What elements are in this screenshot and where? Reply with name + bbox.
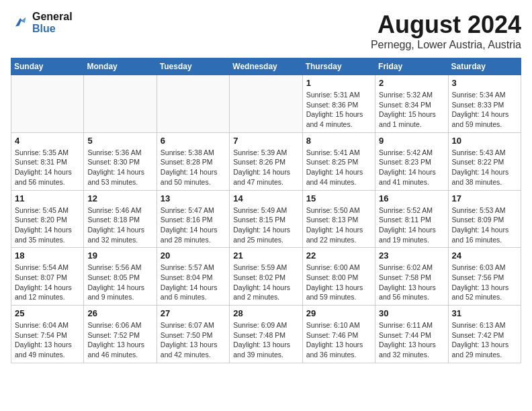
logo: General Blue (11, 11, 73, 35)
weekday-header-wednesday: Wednesday (230, 58, 302, 75)
calendar-cell: 14Sunrise: 5:49 AM Sunset: 8:15 PM Dayli… (230, 190, 302, 248)
weekday-header-monday: Monday (84, 58, 157, 75)
day-info: Sunrise: 6:11 AM Sunset: 7:44 PM Dayligh… (379, 320, 444, 360)
day-info: Sunrise: 5:38 AM Sunset: 8:28 PM Dayligh… (161, 148, 226, 187)
day-info: Sunrise: 5:35 AM Sunset: 8:31 PM Dayligh… (15, 148, 80, 187)
day-info: Sunrise: 6:03 AM Sunset: 7:56 PM Dayligh… (452, 263, 517, 302)
day-info: Sunrise: 5:34 AM Sunset: 8:33 PM Dayligh… (452, 90, 517, 130)
day-number: 16 (379, 193, 444, 203)
calendar-cell: 6Sunrise: 5:38 AM Sunset: 8:28 PM Daylig… (157, 132, 229, 190)
day-info: Sunrise: 5:47 AM Sunset: 8:16 PM Dayligh… (161, 205, 226, 245)
day-number: 28 (233, 308, 298, 318)
calendar-cell: 27Sunrise: 6:07 AM Sunset: 7:50 PM Dayli… (157, 306, 229, 363)
calendar-week-1: 1Sunrise: 5:31 AM Sunset: 8:36 PM Daylig… (11, 75, 521, 133)
day-info: Sunrise: 5:53 AM Sunset: 8:09 PM Dayligh… (452, 205, 517, 245)
calendar-cell: 13Sunrise: 5:47 AM Sunset: 8:16 PM Dayli… (157, 190, 229, 248)
calendar-cell: 16Sunrise: 5:52 AM Sunset: 8:11 PM Dayli… (375, 190, 448, 248)
day-number: 30 (379, 308, 444, 318)
calendar-cell: 28Sunrise: 6:09 AM Sunset: 7:48 PM Dayli… (230, 306, 302, 363)
calendar-cell: 4Sunrise: 5:35 AM Sunset: 8:31 PM Daylig… (11, 132, 84, 190)
calendar-cell: 19Sunrise: 5:56 AM Sunset: 8:05 PM Dayli… (84, 248, 157, 306)
calendar-cell: 3Sunrise: 5:34 AM Sunset: 8:33 PM Daylig… (448, 75, 521, 133)
calendar-cell: 21Sunrise: 5:59 AM Sunset: 8:02 PM Dayli… (230, 248, 302, 306)
day-number: 13 (161, 193, 226, 203)
day-info: Sunrise: 6:02 AM Sunset: 7:58 PM Dayligh… (379, 263, 444, 302)
day-number: 11 (15, 193, 80, 203)
day-info: Sunrise: 5:54 AM Sunset: 8:07 PM Dayligh… (15, 263, 80, 302)
logo-icon (11, 13, 30, 32)
day-info: Sunrise: 6:10 AM Sunset: 7:46 PM Dayligh… (306, 320, 371, 360)
calendar-cell (230, 75, 302, 133)
calendar-cell: 9Sunrise: 5:42 AM Sunset: 8:23 PM Daylig… (375, 132, 448, 190)
calendar-header: SundayMondayTuesdayWednesdayThursdayFrid… (11, 58, 521, 75)
calendar-cell: 15Sunrise: 5:50 AM Sunset: 8:13 PM Dayli… (302, 190, 375, 248)
day-info: Sunrise: 5:36 AM Sunset: 8:30 PM Dayligh… (87, 148, 152, 187)
calendar-cell: 31Sunrise: 6:13 AM Sunset: 7:42 PM Dayli… (448, 306, 521, 363)
day-info: Sunrise: 5:32 AM Sunset: 8:34 PM Dayligh… (379, 90, 444, 130)
day-number: 2 (379, 78, 444, 88)
calendar-cell: 29Sunrise: 6:10 AM Sunset: 7:46 PM Dayli… (302, 306, 375, 363)
calendar-week-4: 18Sunrise: 5:54 AM Sunset: 8:07 PM Dayli… (11, 248, 521, 306)
calendar-cell: 11Sunrise: 5:45 AM Sunset: 8:20 PM Dayli… (11, 190, 84, 248)
day-info: Sunrise: 6:13 AM Sunset: 7:42 PM Dayligh… (452, 320, 517, 360)
calendar-body: 1Sunrise: 5:31 AM Sunset: 8:36 PM Daylig… (11, 75, 521, 363)
location-subtitle: Pernegg, Lower Austria, Austria (371, 39, 521, 51)
day-info: Sunrise: 5:45 AM Sunset: 8:20 PM Dayligh… (15, 205, 80, 245)
title-block: August 2024 Pernegg, Lower Austria, Aust… (371, 11, 521, 51)
weekday-header-thursday: Thursday (302, 58, 375, 75)
day-info: Sunrise: 5:43 AM Sunset: 8:22 PM Dayligh… (452, 148, 517, 187)
day-number: 7 (233, 136, 298, 146)
day-number: 31 (452, 308, 517, 318)
day-number: 22 (306, 250, 371, 261)
weekday-header-sunday: Sunday (11, 58, 84, 75)
calendar-cell: 5Sunrise: 5:36 AM Sunset: 8:30 PM Daylig… (84, 132, 157, 190)
day-number: 1 (306, 78, 371, 88)
calendar-cell: 7Sunrise: 5:39 AM Sunset: 8:26 PM Daylig… (230, 132, 302, 190)
day-info: Sunrise: 6:04 AM Sunset: 7:54 PM Dayligh… (15, 320, 80, 360)
calendar-cell: 17Sunrise: 5:53 AM Sunset: 8:09 PM Dayli… (448, 190, 521, 248)
day-number: 10 (452, 136, 517, 146)
calendar-cell: 12Sunrise: 5:46 AM Sunset: 8:18 PM Dayli… (84, 190, 157, 248)
calendar-cell: 25Sunrise: 6:04 AM Sunset: 7:54 PM Dayli… (11, 306, 84, 363)
calendar-cell (11, 75, 84, 133)
day-number: 14 (233, 193, 298, 203)
day-info: Sunrise: 5:42 AM Sunset: 8:23 PM Dayligh… (379, 148, 444, 187)
weekday-header-tuesday: Tuesday (157, 58, 229, 75)
calendar-week-2: 4Sunrise: 5:35 AM Sunset: 8:31 PM Daylig… (11, 132, 521, 190)
calendar-cell (157, 75, 229, 133)
day-info: Sunrise: 5:49 AM Sunset: 8:15 PM Dayligh… (233, 205, 298, 245)
weekday-header-saturday: Saturday (448, 58, 521, 75)
day-info: Sunrise: 6:09 AM Sunset: 7:48 PM Dayligh… (233, 320, 298, 360)
day-number: 12 (87, 193, 152, 203)
day-info: Sunrise: 5:46 AM Sunset: 8:18 PM Dayligh… (87, 205, 152, 245)
day-info: Sunrise: 6:07 AM Sunset: 7:50 PM Dayligh… (161, 320, 226, 360)
day-number: 27 (161, 308, 226, 318)
day-info: Sunrise: 5:57 AM Sunset: 8:04 PM Dayligh… (161, 263, 226, 302)
day-number: 4 (15, 136, 80, 146)
day-info: Sunrise: 5:56 AM Sunset: 8:05 PM Dayligh… (87, 263, 152, 302)
day-number: 23 (379, 250, 444, 261)
calendar-cell: 23Sunrise: 6:02 AM Sunset: 7:58 PM Dayli… (375, 248, 448, 306)
month-title: August 2024 (371, 11, 521, 39)
day-number: 15 (306, 193, 371, 203)
page-header: General Blue August 2024 Pernegg, Lower … (11, 11, 521, 51)
day-info: Sunrise: 6:00 AM Sunset: 8:00 PM Dayligh… (306, 263, 371, 302)
day-number: 17 (452, 193, 517, 203)
calendar-cell: 18Sunrise: 5:54 AM Sunset: 8:07 PM Dayli… (11, 248, 84, 306)
calendar-cell: 30Sunrise: 6:11 AM Sunset: 7:44 PM Dayli… (375, 306, 448, 363)
calendar-cell: 20Sunrise: 5:57 AM Sunset: 8:04 PM Dayli… (157, 248, 229, 306)
day-number: 20 (161, 250, 226, 261)
calendar-week-3: 11Sunrise: 5:45 AM Sunset: 8:20 PM Dayli… (11, 190, 521, 248)
calendar-cell: 10Sunrise: 5:43 AM Sunset: 8:22 PM Dayli… (448, 132, 521, 190)
logo-text: General Blue (32, 11, 73, 35)
day-number: 29 (306, 308, 371, 318)
day-number: 6 (161, 136, 226, 146)
day-number: 19 (87, 250, 152, 261)
day-info: Sunrise: 5:39 AM Sunset: 8:26 PM Dayligh… (233, 148, 298, 187)
day-number: 24 (452, 250, 517, 261)
calendar-cell (84, 75, 157, 133)
day-info: Sunrise: 5:59 AM Sunset: 8:02 PM Dayligh… (233, 263, 298, 302)
day-number: 18 (15, 250, 80, 261)
weekday-header-friday: Friday (375, 58, 448, 75)
day-number: 9 (379, 136, 444, 146)
